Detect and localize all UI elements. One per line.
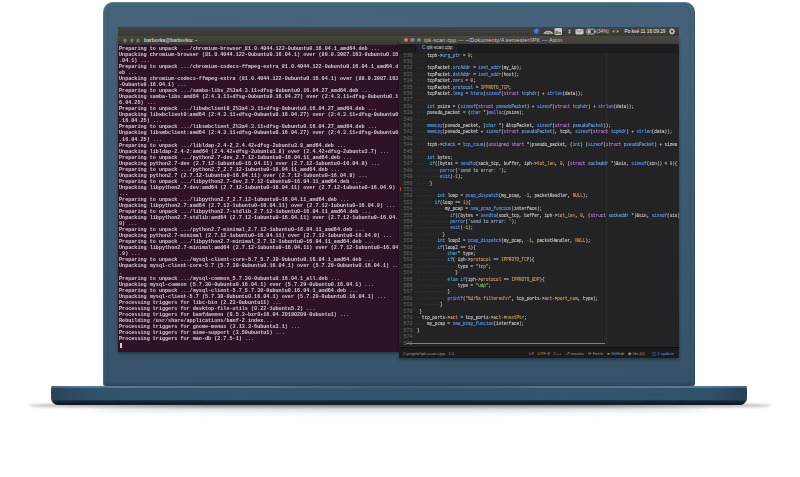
svg-text:En: En [555, 30, 561, 35]
svg-text:Po kvě 11 16:09:29: Po kvě 11 16:09:29 [625, 29, 666, 34]
svg-text:(34%): (34%) [597, 29, 610, 34]
